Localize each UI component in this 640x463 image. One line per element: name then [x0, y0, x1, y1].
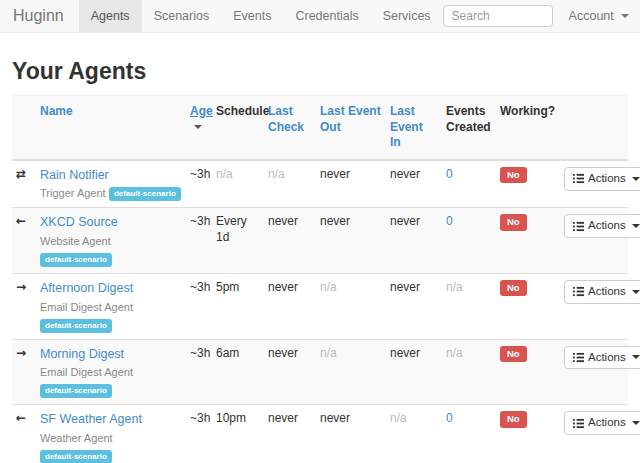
actions-cell: Actions [560, 160, 628, 208]
nav-item-scenarios[interactable]: Scenarios [142, 0, 222, 32]
account-menu[interactable]: Account [553, 0, 640, 32]
list-icon [573, 286, 584, 297]
column-header-schedule: Schedule [212, 96, 264, 160]
direction-cell: → [12, 273, 36, 339]
column-header-age[interactable]: Age [186, 96, 212, 160]
name-cell: Rain Notifier Trigger Agent default-scen… [36, 160, 186, 208]
actions-button[interactable]: Actions [564, 346, 640, 370]
nav-item-credentials[interactable]: Credentials [283, 0, 370, 32]
column-header-events-created: Events Created [442, 96, 496, 160]
actions-button-label: Actions [588, 172, 626, 186]
last-check-cell: n/a [264, 160, 316, 208]
table-row: ← SF Weather Agent Weather Agent default… [12, 405, 628, 463]
name-cell: SF Weather Agent Weather Agent default-s… [36, 405, 186, 463]
schedule-cell: Every 1d [212, 208, 264, 274]
scenario-badge[interactable]: default-scenario [40, 319, 112, 333]
agent-type-label: Weather Agent [40, 432, 113, 444]
last-event-out-cell: never [316, 405, 386, 463]
last-event-in-cell: never [386, 208, 442, 274]
agent-name-link[interactable]: Morning Digest [40, 347, 124, 361]
top-navbar: Huginn AgentsScenariosEventsCredentialsS… [0, 0, 640, 33]
scenario-badge[interactable]: default-scenario [40, 253, 112, 267]
list-icon [573, 352, 584, 363]
brand-logo[interactable]: Huginn [0, 0, 79, 32]
column-header [12, 96, 36, 160]
scenario-badge[interactable]: default-scenario [40, 384, 112, 398]
agent-name-link[interactable]: XKCD Source [40, 215, 118, 229]
nav-items: AgentsScenariosEventsCredentialsServices [79, 0, 443, 32]
search-input[interactable] [443, 5, 553, 27]
actions-button-label: Actions [588, 351, 626, 365]
events-created-link: n/a [446, 280, 463, 294]
last-check-cell: never [264, 273, 316, 339]
working-cell: No [496, 208, 560, 274]
events-created-cell: 0 [442, 405, 496, 463]
agents-table-body: ⇄ Rain Notifier Trigger Agent default-sc… [12, 160, 628, 463]
age-cell: ~3h [186, 208, 212, 274]
agent-type-label: Email Digest Agent [40, 366, 133, 378]
agent-type-label: Email Digest Agent [40, 301, 133, 313]
events-created-link[interactable]: 0 [446, 214, 453, 228]
list-icon [573, 173, 584, 184]
nav-item-services[interactable]: Services [371, 0, 443, 32]
column-header-last-check[interactable]: Last Check [264, 96, 316, 160]
actions-button[interactable]: Actions [564, 214, 640, 238]
actions-cell: Actions [560, 339, 628, 405]
table-row: ← XKCD Source Website Agent default-scen… [12, 208, 628, 274]
scenario-badge[interactable]: default-scenario [109, 187, 181, 201]
caret-down-icon [632, 421, 640, 425]
last-event-in-cell: never [386, 160, 442, 208]
agent-type-label: Trigger Agent [40, 187, 106, 199]
nav-item-agents[interactable]: Agents [79, 0, 142, 32]
age-cell: ~3h [186, 160, 212, 208]
actions-button-label: Actions [588, 416, 626, 430]
working-badge: No [500, 411, 527, 427]
agents-table: NameAgeScheduleLast CheckLast Event OutL… [12, 96, 628, 463]
column-header-name[interactable]: Name [36, 96, 186, 160]
column-header [560, 96, 628, 160]
schedule-cell: 5pm [212, 273, 264, 339]
working-cell: No [496, 273, 560, 339]
last-check-cell: never [264, 208, 316, 274]
nav-item-events[interactable]: Events [221, 0, 283, 32]
main-content: Your Agents NameAgeScheduleLast CheckLas… [0, 58, 640, 463]
agent-type-label: Website Agent [40, 235, 111, 247]
list-icon [573, 418, 584, 429]
column-header-last-event-in[interactable]: Last Event In [386, 96, 442, 160]
last-event-out-cell: never [316, 160, 386, 208]
arrow-left-icon: ← [16, 411, 26, 425]
column-header-last-event-out[interactable]: Last Event Out [316, 96, 386, 160]
column-header-working-: Working? [496, 96, 560, 160]
last-event-out-cell: n/a [316, 339, 386, 405]
direction-cell: ← [12, 208, 36, 274]
actions-button-label: Actions [588, 219, 626, 233]
name-cell: Afternoon Digest Email Digest Agent defa… [36, 273, 186, 339]
caret-down-icon [632, 290, 640, 294]
age-cell: ~3h [186, 339, 212, 405]
account-label: Account [569, 9, 614, 23]
schedule-cell: 6am [212, 339, 264, 405]
scenario-badge[interactable]: default-scenario [40, 450, 112, 463]
agent-name-link[interactable]: Afternoon Digest [40, 281, 133, 295]
actions-button[interactable]: Actions [564, 280, 640, 304]
working-badge: No [500, 214, 527, 230]
header-row: NameAgeScheduleLast CheckLast Event OutL… [12, 96, 628, 160]
agent-name-link[interactable]: SF Weather Agent [40, 412, 142, 426]
table-row: ⇄ Rain Notifier Trigger Agent default-sc… [12, 160, 628, 208]
actions-button[interactable]: Actions [564, 167, 640, 191]
agent-name-link[interactable]: Rain Notifier [40, 168, 109, 182]
working-badge: No [500, 346, 527, 362]
actions-button[interactable]: Actions [564, 411, 640, 435]
sort-caret-icon [194, 125, 202, 129]
events-created-cell: n/a [442, 273, 496, 339]
actions-cell: Actions [560, 273, 628, 339]
events-created-link[interactable]: 0 [446, 411, 453, 425]
events-created-cell: 0 [442, 208, 496, 274]
table-row: → Morning Digest Email Digest Agent defa… [12, 339, 628, 405]
caret-down-icon [632, 224, 640, 228]
direction-cell: ⇄ [12, 160, 36, 208]
events-created-cell: n/a [442, 339, 496, 405]
last-check-cell: never [264, 339, 316, 405]
events-created-link[interactable]: 0 [446, 167, 453, 181]
exchange-icon: ⇄ [16, 167, 26, 181]
